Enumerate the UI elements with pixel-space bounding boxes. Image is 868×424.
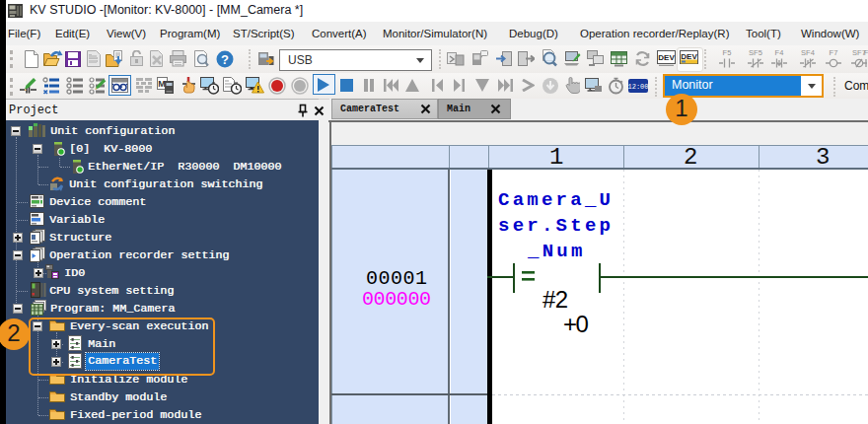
svg-text:SF4: SF4: [801, 48, 815, 57]
svg-text:M: M: [158, 79, 166, 89]
svg-text:12:00: 12:00: [628, 83, 648, 91]
svg-text:F5: F5: [723, 48, 732, 57]
svg-text:F4: F4: [775, 48, 784, 57]
svg-text:?: ?: [221, 52, 229, 67]
svg-text:SF5: SF5: [749, 48, 762, 57]
svg-text:DEV: DEV: [658, 53, 675, 62]
svg-text:F: F: [864, 48, 868, 57]
svg-text:F7: F7: [830, 48, 838, 57]
